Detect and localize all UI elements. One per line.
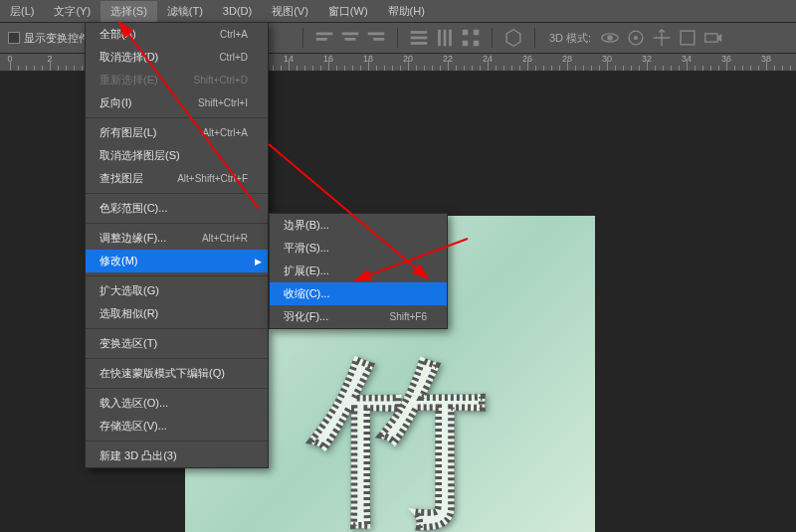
submenu-expand[interactable]: 扩展(E)... xyxy=(270,260,447,282)
distribute-icon-3[interactable] xyxy=(460,27,482,49)
svg-rect-7 xyxy=(411,37,428,40)
3d-icon[interactable] xyxy=(502,27,524,49)
3d-mode-label: 3D 模式: xyxy=(549,31,591,46)
menu-layer[interactable]: 层(L) xyxy=(0,1,44,22)
svg-point-19 xyxy=(634,36,638,40)
3d-orbit-icon[interactable] xyxy=(599,27,621,49)
svg-rect-12 xyxy=(463,30,469,36)
3d-pan-icon[interactable] xyxy=(625,27,647,49)
menu-inverse[interactable]: 反向(I)Shift+Ctrl+I xyxy=(86,91,268,114)
svg-rect-15 xyxy=(474,41,480,47)
menu-window[interactable]: 窗口(W) xyxy=(318,1,378,22)
svg-rect-14 xyxy=(463,41,469,47)
svg-rect-1 xyxy=(316,38,327,41)
menu-new-3d-extrusion[interactable]: 新建 3D 凸出(3) xyxy=(86,444,268,467)
3d-move-icon[interactable] xyxy=(651,27,673,49)
svg-rect-13 xyxy=(474,30,480,36)
menu-help[interactable]: 帮助(H) xyxy=(378,1,435,22)
menu-deselect-layers[interactable]: 取消选择图层(S) xyxy=(86,144,268,167)
modify-submenu: 边界(B)... 平滑(S)... 扩展(E)... 收缩(C)... 羽化(F… xyxy=(269,213,448,329)
menu-transform-selection[interactable]: 变换选区(T) xyxy=(86,332,268,355)
menu-modify[interactable]: 修改(M)▶ xyxy=(86,250,268,272)
submenu-smooth[interactable]: 平滑(S)... xyxy=(270,237,447,260)
svg-rect-3 xyxy=(345,38,356,41)
align-icon-2[interactable] xyxy=(339,27,361,49)
svg-rect-9 xyxy=(438,30,441,47)
3d-scale-icon[interactable] xyxy=(677,27,698,49)
menu-filter[interactable]: 滤镜(T) xyxy=(157,1,213,22)
menu-deselect[interactable]: 取消选择(D)Ctrl+D xyxy=(86,46,268,69)
3d-camera-icon[interactable] xyxy=(702,27,724,49)
menu-refine-edge[interactable]: 调整边缘(F)...Alt+Ctrl+R xyxy=(86,227,268,250)
align-icon-3[interactable] xyxy=(365,27,387,49)
menu-type[interactable]: 文字(Y) xyxy=(44,1,100,22)
align-icon-1[interactable] xyxy=(313,27,335,49)
distribute-icon-1[interactable] xyxy=(408,27,430,49)
menu-load-selection[interactable]: 载入选区(O)... xyxy=(86,392,268,415)
menubar: 层(L) 文字(Y) 选择(S) 滤镜(T) 3D(D) 视图(V) 窗口(W)… xyxy=(0,0,796,22)
menu-save-selection[interactable]: 存储选区(V)... xyxy=(86,415,268,438)
menu-color-range[interactable]: 色彩范围(C)... xyxy=(86,197,268,220)
svg-point-17 xyxy=(607,35,613,41)
distribute-icon-2[interactable] xyxy=(434,27,456,49)
menu-select-all[interactable]: 全部(A)Ctrl+A xyxy=(86,23,268,46)
menu-3d[interactable]: 3D(D) xyxy=(213,2,262,20)
svg-text:竹: 竹 xyxy=(305,350,490,532)
menu-reselect: 重新选择(E)Shift+Ctrl+D xyxy=(86,69,268,91)
svg-rect-21 xyxy=(705,34,717,42)
menu-view[interactable]: 视图(V) xyxy=(262,1,318,22)
show-transform-checkbox[interactable] xyxy=(8,32,20,44)
svg-rect-11 xyxy=(449,30,452,47)
svg-rect-5 xyxy=(373,38,384,41)
menu-similar[interactable]: 选取相似(R) xyxy=(86,302,268,325)
svg-rect-2 xyxy=(342,33,359,36)
bamboo-character: 竹 xyxy=(300,350,499,532)
svg-rect-10 xyxy=(444,30,447,47)
submenu-border[interactable]: 边界(B)... xyxy=(270,214,447,237)
svg-rect-20 xyxy=(681,31,695,45)
select-dropdown-menu: 全部(A)Ctrl+A 取消选择(D)Ctrl+D 重新选择(E)Shift+C… xyxy=(85,22,269,468)
menu-select[interactable]: 选择(S) xyxy=(100,1,157,22)
menu-quick-mask[interactable]: 在快速蒙版模式下编辑(Q) xyxy=(86,362,268,385)
menu-all-layers[interactable]: 所有图层(L)Alt+Ctrl+A xyxy=(86,121,268,144)
submenu-contract[interactable]: 收缩(C)... xyxy=(270,282,447,305)
svg-rect-8 xyxy=(411,42,428,45)
menu-find-layers[interactable]: 查找图层Alt+Shift+Ctrl+F xyxy=(86,167,268,190)
svg-rect-6 xyxy=(411,31,428,34)
menu-grow[interactable]: 扩大选取(G) xyxy=(86,279,268,302)
show-transform-label: 显示变换控件 xyxy=(24,31,90,46)
svg-rect-4 xyxy=(368,33,385,36)
svg-rect-0 xyxy=(316,33,333,36)
submenu-feather[interactable]: 羽化(F)...Shift+F6 xyxy=(270,305,447,328)
